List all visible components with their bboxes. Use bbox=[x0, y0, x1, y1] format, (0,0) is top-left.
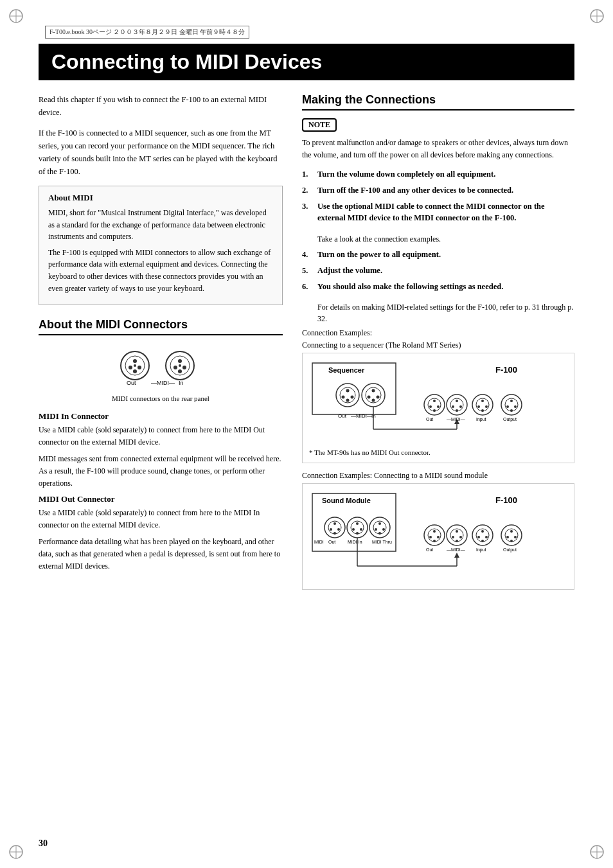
conn-example-1-label: Connecting to a sequencer (The Roland MT… bbox=[302, 341, 574, 350]
corner-mark-tr bbox=[587, 6, 607, 26]
page: F-T00.e.book 30ページ ２００３年８月２９日 金曜日 午前９時４８… bbox=[0, 0, 613, 868]
svg-point-129 bbox=[506, 536, 509, 538]
svg-point-89 bbox=[356, 522, 359, 525]
svg-text:—MIDI—: —MIDI— bbox=[351, 413, 372, 419]
svg-point-118 bbox=[459, 536, 462, 538]
svg-point-41 bbox=[377, 396, 380, 399]
svg-point-25 bbox=[179, 364, 181, 367]
svg-point-42 bbox=[372, 399, 375, 402]
svg-point-23 bbox=[182, 366, 186, 369]
svg-point-83 bbox=[333, 522, 336, 525]
svg-point-119 bbox=[456, 540, 458, 542]
svg-text:Out: Out bbox=[338, 413, 347, 419]
header-bar-text: F-T00.e.book 30ページ ２００３年８月２９日 金曜日 午前９時４８… bbox=[49, 28, 245, 35]
svg-point-68 bbox=[481, 409, 484, 412]
intro-para-1: Read this chapter if you wish to connect… bbox=[39, 93, 283, 119]
svg-text:Out: Out bbox=[426, 547, 433, 552]
diagram-1-note: * The MT-90s has no MIDI Out connector. bbox=[309, 448, 567, 456]
midi-out-heading: MIDI Out Connector bbox=[39, 494, 283, 504]
step-4: 4. Turn on the power to all equipment. bbox=[302, 249, 574, 261]
note-text: To prevent malfunction and/or damage to … bbox=[302, 137, 574, 161]
step-2-num: 2. bbox=[302, 184, 314, 197]
svg-point-35 bbox=[351, 396, 354, 399]
about-midi-title: About MIDI bbox=[48, 193, 273, 203]
svg-point-96 bbox=[375, 528, 377, 531]
left-column: Read this chapter if you wish to connect… bbox=[39, 93, 283, 598]
svg-text:Out: Out bbox=[328, 540, 335, 544]
svg-point-87 bbox=[347, 517, 368, 538]
step-6-num: 6. bbox=[302, 281, 314, 293]
svg-point-22 bbox=[173, 366, 177, 369]
making-connections-heading: Making the Connections bbox=[302, 93, 574, 111]
svg-text:In: In bbox=[179, 380, 184, 386]
step-4-text: Turn on the power to all equipment. bbox=[317, 249, 574, 261]
connector-caption: MIDI connectors on the rear panel bbox=[39, 394, 283, 402]
diagram-1-svg: Sequencer Out —MIDI— bbox=[309, 360, 547, 443]
svg-point-123 bbox=[477, 536, 480, 538]
svg-point-126 bbox=[501, 525, 522, 545]
page-number: 30 bbox=[39, 838, 48, 849]
page-title: Connecting to MIDI Devices bbox=[39, 44, 574, 80]
midi-connectors-heading: About the MIDI Connectors bbox=[39, 318, 283, 335]
svg-point-34 bbox=[342, 396, 345, 399]
svg-point-53 bbox=[433, 400, 436, 402]
svg-point-85 bbox=[337, 528, 340, 531]
diagram-2-svg: Sound Module bbox=[309, 490, 547, 580]
connector-image: Out —MIDI— In bbox=[39, 343, 283, 391]
step-3: 3. Use the optional MIDI cable to connec… bbox=[302, 200, 574, 225]
svg-point-51 bbox=[424, 394, 445, 415]
midi-out-para-1: Use a MIDI cable (sold separately) to co… bbox=[39, 507, 283, 531]
svg-point-31 bbox=[336, 384, 359, 407]
svg-point-128 bbox=[510, 530, 513, 533]
svg-point-69 bbox=[501, 394, 522, 415]
connector-svg: Out —MIDI— In bbox=[109, 343, 212, 388]
svg-point-14 bbox=[133, 359, 137, 363]
right-column: Making the Connections NOTE To prevent m… bbox=[302, 93, 574, 598]
step-1-text: Turn the volume down completely on all e… bbox=[317, 168, 574, 181]
svg-point-56 bbox=[433, 409, 436, 412]
svg-point-74 bbox=[510, 409, 513, 412]
step-6: 6. You should also make the following se… bbox=[302, 281, 574, 293]
step-1: 1. Turn the volume down completely on al… bbox=[302, 168, 574, 181]
note-label: NOTE bbox=[302, 118, 337, 132]
svg-point-24 bbox=[178, 369, 182, 373]
two-column-layout: Read this chapter if you wish to connect… bbox=[39, 93, 574, 598]
svg-point-92 bbox=[356, 532, 359, 535]
midi-out-para-2: Performance data detailing what has been… bbox=[39, 536, 283, 572]
step-3-text: Use the optional MIDI cable to connect t… bbox=[317, 200, 574, 225]
svg-text:F-100: F-100 bbox=[495, 365, 517, 375]
svg-point-98 bbox=[378, 532, 381, 535]
svg-point-37 bbox=[362, 384, 385, 407]
svg-text:Sequencer: Sequencer bbox=[328, 366, 365, 374]
svg-point-122 bbox=[481, 530, 484, 533]
svg-text:—MIDI—: —MIDI— bbox=[447, 547, 465, 552]
svg-point-111 bbox=[429, 536, 432, 538]
steps-list: 1. Turn the volume down completely on al… bbox=[302, 168, 574, 224]
svg-text:MIDI In: MIDI In bbox=[348, 540, 362, 544]
svg-point-16 bbox=[138, 366, 141, 369]
svg-point-21 bbox=[178, 359, 182, 363]
step-2-text: Turn off the F-100 and any other devices… bbox=[317, 184, 574, 197]
svg-point-124 bbox=[485, 536, 488, 538]
svg-point-39 bbox=[372, 389, 375, 393]
svg-point-65 bbox=[481, 400, 484, 402]
svg-marker-106 bbox=[454, 553, 459, 558]
midi-in-para-1: Use a MIDI cable (sold separately) to co… bbox=[39, 424, 283, 448]
step-5-text: Adjust the volume. bbox=[317, 265, 574, 277]
svg-point-63 bbox=[472, 394, 493, 415]
svg-point-57 bbox=[447, 394, 467, 415]
svg-point-117 bbox=[452, 536, 454, 538]
svg-point-73 bbox=[514, 405, 517, 408]
svg-point-36 bbox=[346, 399, 350, 402]
step-6-sub: For details on making MIDI-related setti… bbox=[317, 301, 574, 324]
step-6-text: You should also make the following setti… bbox=[317, 281, 574, 293]
svg-point-86 bbox=[333, 532, 336, 535]
svg-point-67 bbox=[485, 405, 488, 408]
conn-example-title: Connection Examples: bbox=[302, 328, 574, 338]
diagram-2: Sound Module bbox=[302, 483, 574, 590]
svg-point-114 bbox=[447, 525, 467, 545]
svg-text:MIDI: MIDI bbox=[314, 540, 324, 544]
svg-point-97 bbox=[382, 528, 385, 531]
step-1-num: 1. bbox=[302, 168, 314, 181]
svg-point-72 bbox=[506, 405, 509, 408]
